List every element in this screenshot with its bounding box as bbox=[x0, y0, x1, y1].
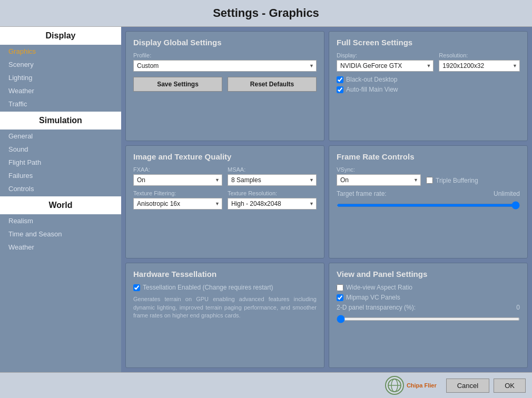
target-frame-row: Target frame rate: Unlimited bbox=[337, 190, 520, 209]
msaa-select[interactable]: 8 Samples bbox=[228, 174, 317, 186]
tessellation-check-row: Tessellation Enabled (Change requires re… bbox=[133, 284, 317, 291]
transparency-label: 2-D panel transparency (%): bbox=[337, 304, 416, 311]
fxaa-select[interactable]: On bbox=[133, 174, 222, 186]
blackout-checkbox-row: Black-out Desktop bbox=[337, 76, 520, 83]
texture-filter-res-row: Texture Filtering: Anisotropic 16x Textu… bbox=[133, 190, 317, 210]
texture-filter-select-wrapper[interactable]: Anisotropic 16x bbox=[133, 198, 222, 210]
image-texture-panel: Image and Texture Quality FXAA: On MSAA:… bbox=[125, 145, 324, 259]
transparency-value: 0 bbox=[516, 304, 520, 311]
autofill-checkbox-row: Auto-fill Main View bbox=[337, 86, 520, 93]
page-title: Settings - Graphics bbox=[0, 0, 532, 27]
sidebar-header-display: Display bbox=[0, 27, 121, 45]
target-frame-slider[interactable] bbox=[337, 204, 520, 207]
texture-filter-select[interactable]: Anisotropic 16x bbox=[133, 198, 222, 210]
sidebar-header-world: World bbox=[0, 196, 121, 214]
full-screen-panel: Full Screen Settings Display: NVIDIA GeF… bbox=[329, 31, 528, 141]
profile-select[interactable]: Custom bbox=[133, 60, 317, 72]
display-global-title: Display Global Settings bbox=[133, 38, 317, 47]
texture-res-select[interactable]: High - 2048x2048 bbox=[228, 198, 317, 210]
autofill-label: Auto-fill Main View bbox=[346, 86, 398, 93]
sidebar-section-simulation: Simulation General Sound Flight Path Fai… bbox=[0, 112, 121, 195]
sidebar-item-lighting[interactable]: Lighting bbox=[0, 71, 121, 84]
triple-buf-row: Triple Buffering bbox=[426, 177, 478, 186]
display-global-panel: Display Global Settings Profile: Custom … bbox=[125, 31, 324, 141]
sidebar-item-flight-path[interactable]: Flight Path bbox=[0, 156, 121, 169]
resolution-field-group: Resolution: 1920x1200x32 bbox=[439, 52, 520, 72]
tessellation-description: Generates terrain on GPU enabling advanc… bbox=[133, 295, 317, 320]
vsync-field-group: VSync: On bbox=[337, 166, 421, 186]
reset-defaults-button[interactable]: Reset Defaults bbox=[228, 77, 317, 92]
blackout-checkbox[interactable] bbox=[337, 76, 343, 83]
view-panel-box: View and Panel Settings Wide-view Aspect… bbox=[329, 263, 528, 368]
frame-rate-panel: Frame Rate Controls VSync: On Triple Buf… bbox=[329, 145, 528, 259]
autofill-checkbox[interactable] bbox=[337, 86, 343, 93]
vsync-row: VSync: On Triple Buffering bbox=[337, 166, 520, 186]
texture-filter-label: Texture Filtering: bbox=[133, 190, 222, 196]
transparency-slider-container bbox=[337, 313, 520, 323]
save-settings-button[interactable]: Save Settings bbox=[133, 77, 222, 92]
cancel-button[interactable]: Cancel bbox=[446, 379, 489, 393]
msaa-field-group: MSAA: 8 Samples bbox=[228, 166, 317, 186]
msaa-label: MSAA: bbox=[228, 166, 317, 173]
sidebar-section-display: Display Graphics Scenery Lighting Weathe… bbox=[0, 27, 121, 111]
sidebar-item-realism[interactable]: Realism bbox=[0, 214, 121, 227]
display-field-group: Display: NVIDIA GeForce GTX bbox=[337, 52, 434, 72]
hardware-tessellation-panel: Hardware Tessellation Tessellation Enabl… bbox=[125, 263, 324, 368]
sidebar-item-weather-world[interactable]: Weather bbox=[0, 241, 121, 254]
fxaa-label: FXAA: bbox=[133, 166, 222, 173]
target-frame-value: Unlimited bbox=[494, 190, 520, 197]
profile-select-wrapper[interactable]: Custom bbox=[133, 60, 317, 72]
sidebar-item-sound[interactable]: Sound bbox=[0, 143, 121, 156]
fxaa-msaa-row: FXAA: On MSAA: 8 Samples bbox=[133, 166, 317, 186]
triple-buffering-checkbox[interactable] bbox=[426, 177, 433, 184]
mipmap-checkbox-row: Mipmap VC Panels bbox=[337, 294, 520, 301]
ok-button[interactable]: OK bbox=[494, 379, 526, 393]
texture-res-select-wrapper[interactable]: High - 2048x2048 bbox=[228, 198, 317, 210]
fxaa-field-group: FXAA: On bbox=[133, 166, 222, 186]
sidebar-item-failures[interactable]: Failures bbox=[0, 169, 121, 182]
sidebar-item-general[interactable]: General bbox=[0, 130, 121, 143]
resolution-select[interactable]: 1920x1200x32 bbox=[439, 60, 520, 72]
sidebar-item-time-and-season[interactable]: Time and Season bbox=[0, 227, 121, 241]
footer-bar: Chipa Flier Cancel OK bbox=[0, 372, 532, 398]
frame-rate-title: Frame Rate Controls bbox=[337, 152, 520, 161]
tessellation-checkbox[interactable] bbox=[133, 284, 140, 291]
wide-view-checkbox[interactable] bbox=[337, 284, 343, 291]
msaa-select-wrapper[interactable]: 8 Samples bbox=[228, 174, 317, 186]
sidebar-item-weather-display[interactable]: Weather bbox=[0, 84, 121, 97]
triple-buffering-label: Triple Buffering bbox=[436, 177, 478, 184]
sidebar-item-traffic[interactable]: Traffic bbox=[0, 97, 121, 111]
resolution-select-wrapper[interactable]: 1920x1200x32 bbox=[439, 60, 520, 72]
vsync-select-wrapper[interactable]: On bbox=[337, 174, 421, 186]
profile-label: Profile: bbox=[133, 52, 317, 58]
main-content: Display Graphics Scenery Lighting Weathe… bbox=[0, 27, 532, 372]
logo-text: Chipa Flier bbox=[407, 382, 437, 389]
tessellation-enabled-label: Tessellation Enabled (Change requires re… bbox=[143, 284, 273, 291]
display-select[interactable]: NVIDIA GeForce GTX bbox=[337, 60, 434, 72]
sidebar-item-graphics[interactable]: Graphics bbox=[0, 45, 121, 58]
vsync-select[interactable]: On bbox=[337, 174, 421, 186]
hardware-tessellation-title: Hardware Tessellation bbox=[133, 270, 317, 278]
sidebar-section-world: World Realism Time and Season Weather bbox=[0, 196, 121, 254]
wide-view-label: Wide-view Aspect Ratio bbox=[346, 284, 412, 291]
transparency-row: 2-D panel transparency (%): 0 bbox=[337, 304, 520, 311]
texture-res-field-group: Texture Resolution: High - 2048x2048 bbox=[228, 190, 317, 210]
sidebar-header-simulation: Simulation bbox=[0, 112, 121, 130]
right-panel: Display Global Settings Profile: Custom … bbox=[121, 27, 532, 372]
texture-res-label: Texture Resolution: bbox=[228, 190, 317, 196]
sidebar-item-controls[interactable]: Controls bbox=[0, 182, 121, 195]
target-frame-label: Target frame rate: bbox=[337, 190, 387, 197]
sidebar: Display Graphics Scenery Lighting Weathe… bbox=[0, 27, 121, 372]
full-screen-display-row: Display: NVIDIA GeForce GTX Resolution: … bbox=[337, 52, 520, 72]
sidebar-item-scenery[interactable]: Scenery bbox=[0, 58, 121, 71]
mipmap-checkbox[interactable] bbox=[337, 294, 343, 301]
target-frame-slider-container bbox=[337, 200, 520, 209]
full-screen-title: Full Screen Settings bbox=[337, 38, 520, 47]
view-panel-title: View and Panel Settings bbox=[337, 270, 520, 278]
vsync-label: VSync: bbox=[337, 166, 421, 173]
fxaa-select-wrapper[interactable]: On bbox=[133, 174, 222, 186]
logo-circle bbox=[385, 376, 404, 395]
mipmap-label: Mipmap VC Panels bbox=[346, 294, 400, 301]
display-select-wrapper[interactable]: NVIDIA GeForce GTX bbox=[337, 60, 434, 72]
transparency-slider[interactable] bbox=[337, 317, 520, 321]
